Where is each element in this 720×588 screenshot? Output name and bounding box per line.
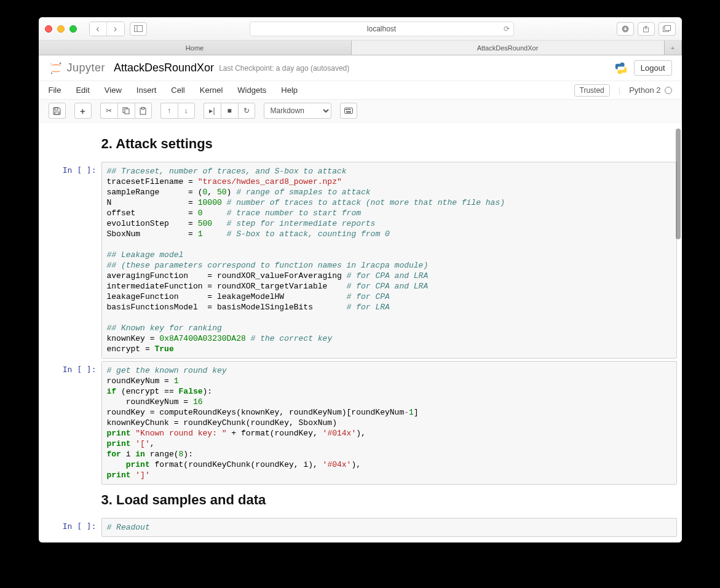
jupyter-icon [49,61,63,76]
move-down-button[interactable]: ↓ [178,103,195,119]
svg-point-8 [50,63,52,65]
add-cell-button[interactable]: + [74,103,92,119]
browser-tab-home[interactable]: Home [39,41,352,55]
prompt: In [ ]: [44,361,101,485]
sidebar-toggle-button[interactable] [130,22,147,36]
code-content[interactable]: # Readout [107,522,671,533]
markdown-cell[interactable]: 3. Load samples and data [44,487,677,515]
svg-rect-19 [346,111,351,113]
svg-point-7 [50,72,52,73]
zoom-window-button[interactable] [69,25,77,33]
back-button[interactable]: ‹ [90,22,107,36]
cut-button[interactable]: ✂ [100,103,117,119]
save-button[interactable] [49,103,66,119]
code-cell-2[interactable]: In [ ]: # get the known round key roundK… [44,361,677,485]
notebook-header: Jupyter AttackDesRoundXor Last Checkpoin… [39,55,682,81]
svg-rect-12 [125,109,129,114]
tabs-button[interactable] [659,22,676,36]
reload-icon[interactable]: ⟳ [504,25,510,33]
cell-type-select[interactable]: Markdown [264,103,331,119]
minimize-window-button[interactable] [57,25,65,33]
page-content: Jupyter AttackDesRoundXor Last Checkpoin… [39,55,682,542]
prompt: In [ ]: [44,162,101,359]
address-text: localhost [367,25,396,33]
menu-help[interactable]: Help [281,85,298,95]
forward-button[interactable]: › [107,22,124,36]
logout-button[interactable]: Logout [634,60,672,76]
kernel-status-icon [665,87,672,94]
paste-button[interactable] [135,103,152,119]
menu-kernel[interactable]: Kernel [200,85,223,95]
code-cell-1[interactable]: In [ ]: ## Traceset, number of traces, a… [44,162,677,359]
svg-rect-16 [346,109,347,110]
jupyter-label: Jupyter [67,62,106,74]
new-tab-button[interactable]: + [665,41,682,55]
kernel-indicator[interactable]: Python 2 [629,85,671,95]
nav-buttons: ‹ › [89,22,125,36]
browser-window: ‹ › localhost ⟳ [39,17,682,542]
browser-tab-notebook[interactable]: AttackDesRoundXor [352,41,665,55]
downloads-button[interactable] [617,22,634,36]
svg-point-6 [59,62,61,64]
svg-rect-0 [134,26,142,32]
menu-file[interactable]: File [49,85,61,95]
address-bar[interactable]: localhost ⟳ [250,22,514,36]
heading-load-samples: 3. Load samples and data [101,492,677,508]
notebook-title[interactable]: AttackDesRoundXor [114,62,214,74]
notebook-area[interactable]: 2. Attack settings In [ ]: ## Traceset, … [39,122,682,542]
menu-edit[interactable]: Edit [76,85,89,95]
menu-insert[interactable]: Insert [136,85,157,95]
markdown-cell[interactable]: 2. Attack settings [44,131,677,159]
code-content[interactable]: ## Traceset, number of traces, and S-box… [107,166,671,354]
jupyter-logo[interactable]: Jupyter [49,61,106,76]
svg-rect-17 [347,109,349,110]
python-icon [614,62,628,75]
share-button[interactable] [638,22,655,36]
checkpoint-status: Last Checkpoint: a day ago (autosaved) [219,64,349,73]
restart-button[interactable]: ↻ [238,103,255,119]
prompt: In [ ]: [44,518,101,537]
svg-rect-14 [142,107,144,109]
scrollbar[interactable] [673,122,682,542]
svg-rect-15 [344,108,352,114]
trusted-indicator[interactable]: Trusted [574,84,610,97]
code-content[interactable]: # get the known round key roundKeyNum = … [107,365,671,480]
scrollbar-thumb[interactable] [676,129,681,239]
code-cell-3[interactable]: In [ ]: # Readout [44,518,677,537]
traffic-lights [45,25,77,33]
svg-rect-18 [349,109,350,110]
browser-tab-bar: Home AttackDesRoundXor + [39,41,682,55]
run-button[interactable]: ▸| [204,103,221,119]
stop-button[interactable]: ■ [221,103,238,119]
svg-rect-9 [55,108,58,110]
titlebar: ‹ › localhost ⟳ [39,17,682,41]
copy-button[interactable] [117,103,135,119]
close-window-button[interactable] [45,25,52,33]
toolbar: + ✂ ↑ ↓ ▸| ■ ↻ [39,100,682,122]
menu-view[interactable]: View [105,85,122,95]
move-up-button[interactable]: ↑ [160,103,178,119]
svg-rect-10 [55,112,59,114]
command-palette-button[interactable] [340,103,357,119]
heading-attack-settings: 2. Attack settings [101,136,677,152]
menu-cell[interactable]: Cell [171,85,184,95]
menubar: File Edit View Insert Cell Kernel Widget… [39,81,682,100]
svg-rect-5 [665,26,671,31]
menu-widgets[interactable]: Widgets [237,85,266,95]
